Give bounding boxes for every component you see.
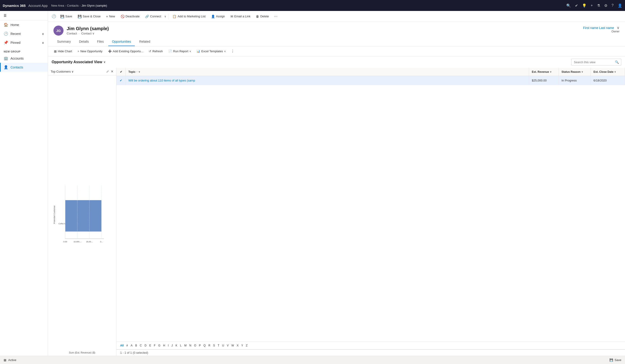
sidebar-item-recent[interactable]: 🕐 Recent ∨ [0, 29, 48, 38]
chart-title[interactable]: Top Customers ∨ [51, 70, 74, 73]
bottom-save-button[interactable]: 💾 Save [609, 358, 621, 362]
search-view-icon[interactable]: 🔍 [613, 59, 621, 65]
sidebar-item-contacts[interactable]: 👤 Contacts [0, 63, 48, 72]
add-icon[interactable]: + [591, 3, 593, 7]
help-icon[interactable]: ? [612, 3, 614, 7]
alpha-btn-v[interactable]: V [225, 343, 230, 348]
alpha-btn-d[interactable]: D [143, 343, 148, 348]
sidebar-toggle[interactable]: ☰ [0, 11, 48, 20]
save-button[interactable]: 💾 Save [58, 13, 74, 20]
chart-close-icon[interactable]: ✕ [111, 70, 114, 73]
lightbulb-icon[interactable]: 💡 [582, 3, 587, 8]
settings-icon[interactable]: ⚙ [604, 3, 607, 8]
excel-templates-button[interactable]: 📊 Excel Templates ∨ [194, 48, 228, 54]
list-col-close-date[interactable]: Est. Close Date ∨ [591, 68, 625, 76]
alpha-btn-hash[interactable]: # [125, 343, 129, 348]
tab-opportunities[interactable]: Opportunities [108, 37, 134, 46]
list-col-revenue[interactable]: Est. Revenue ∨ [529, 68, 559, 76]
alpha-btn-y[interactable]: Y [240, 343, 245, 348]
alpha-btn-s[interactable]: S [212, 343, 216, 348]
cmd-divider-1 [168, 14, 168, 19]
record-header: JG Jim Glynn (sample) Contact · Contact … [48, 22, 625, 46]
alpha-btn-o[interactable]: O [193, 343, 198, 348]
alpha-btn-e[interactable]: E [148, 343, 152, 348]
user-icon[interactable]: 👤 [618, 3, 622, 8]
alpha-btn-u[interactable]: U [221, 343, 225, 348]
owner-name[interactable]: First name Last name [583, 26, 614, 30]
connect-button[interactable]: 🔗 Connect [143, 13, 163, 20]
tab-summary[interactable]: Summary [54, 37, 74, 46]
alpha-btn-f[interactable]: F [152, 343, 157, 348]
list-col-check[interactable]: ✔ [117, 68, 126, 76]
alpha-btn-p[interactable]: P [198, 343, 202, 348]
hide-chart-button[interactable]: ▦ Hide Chart [52, 48, 74, 54]
alpha-btn-a[interactable]: A [129, 343, 134, 348]
search-view-input[interactable] [571, 59, 613, 65]
alpha-btn-b[interactable]: B [134, 343, 138, 348]
history-icon[interactable]: 🕐 [52, 14, 56, 19]
view-title[interactable]: Opportunity Associated View ∨ [52, 60, 106, 64]
delete-button[interactable]: 🗑 Delete [253, 13, 271, 20]
alpha-btn-w[interactable]: W [230, 343, 235, 348]
sidebar-item-pinned[interactable]: 📌 Pinned ∨ [0, 38, 48, 47]
tab-related[interactable]: Related [136, 37, 154, 46]
chart-bar-0[interactable] [65, 200, 101, 232]
row-check[interactable]: ✔ [117, 76, 126, 85]
owner-toggle-icon[interactable]: ∨ [617, 26, 620, 30]
alpha-btn-x[interactable]: X [235, 343, 240, 348]
deactivate-button[interactable]: 🚫 Deactivate [118, 13, 142, 20]
new-button[interactable]: + New [104, 13, 117, 20]
alpha-btn-z[interactable]: Z [245, 343, 249, 348]
svg-text:0.00: 0.00 [63, 241, 67, 243]
sub-cmd-more-button[interactable]: ⋮ [229, 48, 236, 55]
alpha-btn-l[interactable]: L [179, 343, 183, 348]
new-opportunity-button[interactable]: + New Opportunity [75, 48, 105, 54]
alpha-btn-t[interactable]: T [216, 343, 221, 348]
breadcrumb-item-2[interactable]: Contacts [67, 4, 79, 7]
save-close-button[interactable]: 💾 Save & Close [75, 13, 103, 20]
check-all-icon: ✔ [120, 70, 122, 74]
record-type-dropdown[interactable]: ∨ [92, 32, 94, 35]
refresh-label: Refresh [152, 50, 163, 53]
more-commands-button[interactable]: ⋯ [272, 13, 279, 20]
list-col-topic[interactable]: Topic ↑ ∨ [126, 68, 529, 76]
hide-chart-icon: ▦ [54, 50, 57, 53]
chart-expand-icon[interactable]: ⤢ [106, 70, 109, 73]
filter-icon[interactable]: ⚗ [597, 3, 600, 8]
sidebar-item-accounts[interactable]: 🏢 Accounts [0, 54, 48, 63]
alpha-btn-q[interactable]: Q [202, 343, 207, 348]
breadcrumb-item-1[interactable]: New Area [51, 4, 64, 7]
sidebar-item-home[interactable]: 🏠 Home [0, 20, 48, 29]
alpha-btn-h[interactable]: H [162, 343, 166, 348]
alpha-btn-i[interactable]: I [166, 343, 170, 348]
list-col-status[interactable]: Status Reason ∨ [559, 68, 591, 76]
tab-files[interactable]: Files [94, 37, 108, 46]
add-existing-button[interactable]: ➕ Add Existing Opportu... [106, 48, 146, 54]
alpha-btn-n[interactable]: N [188, 343, 193, 348]
alpha-btn-r[interactable]: R [207, 343, 212, 348]
alpha-btn-j[interactable]: J [170, 343, 174, 348]
row-topic-link[interactable]: Will be ordering about 110 items of all … [128, 79, 195, 82]
run-report-button[interactable]: 📄 Run Report ∨ [166, 48, 193, 54]
alpha-btn-g[interactable]: G [157, 343, 162, 348]
svg-text:20,00...: 20,00... [86, 241, 93, 243]
new-opportunity-icon: + [77, 50, 79, 53]
assign-button[interactable]: 👤 Assign [209, 13, 227, 20]
add-existing-label: Add Existing Opportu... [113, 50, 143, 53]
search-icon[interactable]: 🔍 [566, 3, 571, 8]
alpha-btn-m[interactable]: M [183, 343, 188, 348]
record-type-link1[interactable]: Contact [67, 32, 77, 35]
checklist-icon[interactable]: ✔ [575, 3, 578, 8]
alpha-btn-k[interactable]: K [174, 343, 179, 348]
email-link-button[interactable]: ✉ Email a Link [228, 13, 253, 20]
tab-details[interactable]: Details [75, 37, 93, 46]
record-type-link2[interactable]: Contact [81, 32, 92, 35]
sidebar-section-label: New Group [0, 47, 48, 54]
connect-dropdown-arrow[interactable]: ∨ [164, 15, 166, 18]
table-row[interactable]: ✔ Will be ordering about 110 items of al… [117, 76, 625, 85]
app-name-label: Account App [28, 4, 48, 7]
alpha-btn-c[interactable]: C [138, 343, 143, 348]
alpha-btn-all[interactable]: All [119, 343, 125, 348]
refresh-button[interactable]: ↺ Refresh [146, 48, 165, 54]
marketing-list-button[interactable]: 📋 Add to Marketing List [170, 13, 208, 20]
